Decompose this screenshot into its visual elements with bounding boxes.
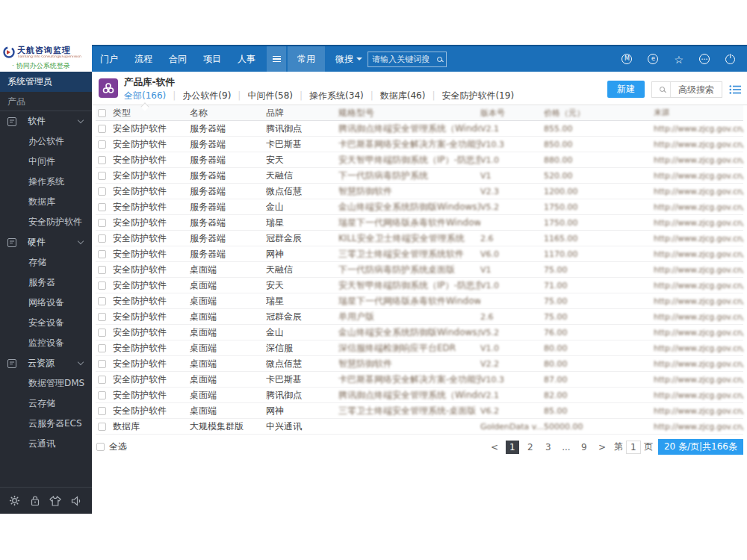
table-row[interactable]: 安全防护软件桌面端深信服深信服终端检测响应平台EDRV1.080.00http:…	[96, 340, 743, 356]
tab-5[interactable]: 安全防护软件(19)	[441, 87, 514, 104]
row-checkbox[interactable]	[98, 360, 106, 368]
row-checkbox[interactable]	[98, 250, 106, 258]
table-row[interactable]: 安全防护软件服务器端微点佰慧智慧防御软件V2.31200.00http://ww…	[96, 184, 743, 199]
gear-icon[interactable]	[9, 495, 20, 506]
row-checkbox[interactable]	[98, 234, 106, 243]
table-row[interactable]: 安全防护软件服务器端腾讯御点腾讯御点终端安全管理系统（Windows版）V2.1…	[96, 121, 743, 137]
sidebar-item-0-2[interactable]: 操作系统	[0, 172, 92, 192]
row-checkbox[interactable]	[98, 313, 106, 321]
tab-0[interactable]: 全部(166)	[124, 87, 166, 104]
table-row[interactable]: 安全防护软件桌面端冠群金辰单用户版2.675.00http://www.zjcg…	[96, 309, 743, 325]
header-checkbox[interactable]	[98, 109, 106, 117]
nav-item-1[interactable]: 流程	[126, 46, 161, 72]
page-jump-input[interactable]: 1	[626, 441, 641, 454]
table-row[interactable]: 安全防护软件桌面端腾讯御点腾讯御点终端安全管理系统（Windows版）V2.1V…	[96, 388, 743, 403]
page-button-2[interactable]: 2	[524, 441, 537, 454]
list-view-icon[interactable]	[729, 84, 741, 95]
table-row[interactable]: 安全防护软件桌面端瑞星瑞星下一代网络版杀毒软件Windows桌面版75.00ht…	[96, 293, 743, 309]
new-button[interactable]: 新建	[607, 81, 645, 98]
row-checkbox[interactable]	[98, 156, 106, 164]
table-row[interactable]: 安全防护软件服务器端冠群金辰KILL安全卫士终端安全管理系统2.61165.00…	[96, 231, 743, 246]
tab-1[interactable]: 办公软件(9)	[182, 87, 231, 104]
nav-item-3[interactable]: 项目	[195, 46, 229, 72]
advanced-search-button[interactable]: 高级搜索	[670, 82, 722, 97]
login-link[interactable]: · 协同办公系统登录	[3, 61, 89, 71]
table-row[interactable]: 安全防护软件桌面端安天安天智甲终端防御系统（IP）-防恶意代码版V1.071.0…	[96, 278, 743, 293]
row-checkbox[interactable]	[98, 407, 106, 415]
module-label[interactable]: 产品	[0, 92, 92, 111]
power-icon[interactable]	[725, 55, 735, 64]
search-scope-dropdown[interactable]: 微搜	[335, 53, 362, 66]
row-checkbox[interactable]	[98, 329, 106, 337]
cell-desc: 安天智甲终端防御系统（IP）-防恶意代码版	[338, 154, 480, 167]
theme-icon[interactable]	[49, 496, 61, 506]
table-row[interactable]: 安全防护软件桌面端网神三零卫士终端安全管理系统-桌面版V6.285.00http…	[96, 403, 743, 419]
row-checkbox[interactable]	[98, 297, 106, 305]
more-icon[interactable]	[699, 54, 710, 64]
sidebar-item-2-0[interactable]: 数据管理DMS	[0, 373, 92, 393]
row-checkbox[interactable]	[98, 344, 106, 352]
select-all-checkbox[interactable]	[96, 443, 105, 451]
page-button-3[interactable]: 3	[542, 441, 555, 454]
row-checkbox[interactable]	[98, 125, 106, 133]
page-button-<[interactable]: <	[488, 441, 501, 454]
table-row[interactable]: 安全防护软件桌面端金山金山终端安全系统防御版Windows桌面版V5.276.0…	[96, 325, 743, 340]
tab-3[interactable]: 操作系统(34)	[309, 87, 364, 104]
row-checkbox[interactable]	[98, 172, 106, 180]
row-checkbox[interactable]	[98, 187, 106, 196]
row-checkbox[interactable]	[98, 281, 106, 290]
table-row[interactable]: 安全防护软件服务器端安天安天智甲终端防御系统（IP）-防恶意代码版V1.0880…	[96, 152, 743, 168]
table-row[interactable]: 安全防护软件服务器端金山金山终端安全系统防御版Windows系统服务器端V5.2…	[96, 199, 743, 215]
sidebar-item-0-4[interactable]: 安全防护软件	[0, 212, 92, 232]
page-button-...[interactable]: ...	[560, 441, 573, 454]
table-row[interactable]: 安全防护软件服务器端天融信下一代防病毒防护系统V1520.00http://ww…	[96, 168, 743, 184]
select-all[interactable]: 全选	[96, 441, 127, 453]
sidebar-item-1-2[interactable]: 网络设备	[0, 293, 92, 313]
table-row[interactable]: 安全防护软件桌面端天融信下一代防病毒防护系统桌面版V175.00http://w…	[96, 262, 743, 278]
tab-pinned[interactable]: 常用	[288, 46, 325, 72]
sidebar-item-2-2[interactable]: 云服务器ECS	[0, 414, 92, 434]
row-checkbox[interactable]	[98, 219, 106, 227]
tab-4[interactable]: 数据库(46)	[380, 87, 426, 104]
table-row[interactable]: 安全防护软件服务器端瑞星瑞星下一代网络版杀毒软件Windows版-服务器端175…	[96, 215, 743, 231]
global-search-input[interactable]: 请输入关键词搜	[368, 52, 447, 67]
sidebar-item-1-3[interactable]: 安全设备	[0, 313, 92, 333]
nav-item-0[interactable]: 门户	[92, 46, 126, 72]
sidebar-section-0[interactable]: 软件	[0, 111, 92, 131]
tab-2[interactable]: 中间件(58)	[247, 87, 293, 104]
speaker-icon[interactable]	[71, 496, 83, 506]
row-checkbox[interactable]	[98, 140, 106, 149]
row-checkbox[interactable]	[98, 391, 106, 399]
table-row[interactable]: 安全防护软件服务器端卡巴斯基卡巴斯基网络安全解决方案-全功能安全软件(KL486…	[96, 137, 743, 152]
sidebar-item-1-0[interactable]: 存储	[0, 252, 92, 273]
row-checkbox[interactable]	[98, 266, 106, 274]
sidebar-section-2[interactable]: 云资源	[0, 353, 92, 373]
row-checkbox[interactable]	[98, 423, 106, 431]
nav-item-2[interactable]: 合同	[161, 46, 195, 72]
star-icon[interactable]	[674, 52, 684, 66]
page-button-9[interactable]: 9	[577, 441, 591, 454]
lock-icon[interactable]	[30, 495, 40, 506]
sidebar-item-1-1[interactable]: 服务器	[0, 273, 92, 293]
sidebar-section-1[interactable]: 硬件	[0, 232, 92, 252]
table-row[interactable]: 安全防护软件桌面端卡巴斯基卡巴斯基网络安全解决方案-全功能安全软件(KL4869…	[96, 372, 743, 388]
page-button->[interactable]: >	[595, 441, 609, 454]
sidebar-item-2-1[interactable]: 云存储	[0, 393, 92, 414]
page-button-1[interactable]: 1	[506, 441, 519, 454]
table-row[interactable]: 数据库大规模集群版中兴通讯GoldenData v...50000.00http…	[96, 419, 743, 435]
message-icon[interactable]	[648, 54, 658, 64]
table-search-icon[interactable]	[652, 87, 670, 92]
sidebar-item-1-4[interactable]: 监控设备	[0, 333, 92, 353]
row-checkbox[interactable]	[98, 376, 106, 384]
sidebar-item-0-3[interactable]: 数据库	[0, 192, 92, 212]
sidebar-item-0-1[interactable]: 中间件	[0, 152, 92, 172]
sidebar-item-2-3[interactable]: 云通讯	[0, 434, 92, 454]
sidebar-item-0-0[interactable]: 办公软件	[0, 131, 92, 152]
page-size-info[interactable]: 20 条/页|共166条	[658, 439, 743, 455]
row-checkbox[interactable]	[98, 203, 106, 211]
table-row[interactable]: 安全防护软件服务器端网神三零卫士终端安全管理系统软件V6.01170.00htt…	[96, 246, 743, 262]
m-badge-icon[interactable]	[622, 54, 632, 64]
apps-menu-icon[interactable]	[267, 46, 286, 72]
table-row[interactable]: 安全防护软件桌面端微点佰慧智慧防御软件V2.280.00http://www.z…	[96, 356, 743, 372]
nav-item-4[interactable]: 人事	[229, 46, 264, 72]
